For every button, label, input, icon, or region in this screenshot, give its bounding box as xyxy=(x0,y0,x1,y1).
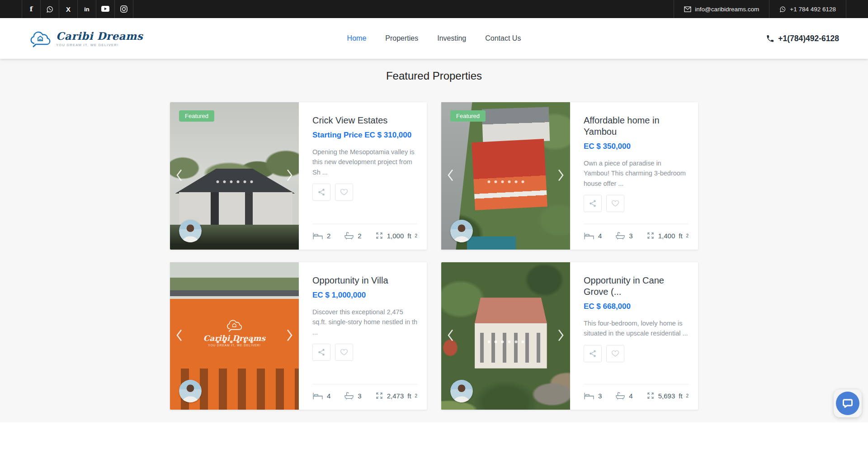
share-button[interactable] xyxy=(584,345,602,362)
baths-stat: 3 xyxy=(615,232,632,240)
property-price: Starting Price EC $ 310,000 xyxy=(312,131,417,140)
x-twitter-icon[interactable]: X xyxy=(59,0,78,18)
header-phone-text: +1(784)492-6128 xyxy=(778,34,839,43)
chat-widget[interactable] xyxy=(834,389,862,417)
baths-stat: 3 xyxy=(344,392,361,400)
bath-icon xyxy=(344,232,354,240)
property-photo[interactable] xyxy=(441,262,570,410)
share-icon xyxy=(589,350,597,358)
heart-icon xyxy=(340,348,348,356)
facebook-icon[interactable]: f xyxy=(22,0,41,18)
agent-avatar[interactable] xyxy=(450,380,473,402)
bed-icon xyxy=(312,232,323,240)
carousel-prev-button[interactable] xyxy=(175,328,184,345)
heart-icon xyxy=(611,199,619,208)
carousel-prev-button[interactable] xyxy=(175,168,184,184)
property-price: EC $ 350,000 xyxy=(584,142,689,151)
area-stat: 2,473ft2 xyxy=(375,392,417,400)
site-header: Caribi Dreams YOU DREAM IT, WE DELIVER! … xyxy=(0,18,868,59)
bath-icon xyxy=(615,392,625,400)
baths-stat: 4 xyxy=(615,392,632,400)
beds-stat: 4 xyxy=(584,232,602,240)
logo-title: Caribi Dreams xyxy=(56,30,143,42)
nav-properties[interactable]: Properties xyxy=(385,34,418,43)
favorite-button[interactable] xyxy=(606,195,624,212)
property-title[interactable]: Opportunity in Cane Grove (... xyxy=(584,275,689,298)
carousel-prev-button[interactable] xyxy=(446,328,456,345)
property-price: EC $ 668,000 xyxy=(584,302,689,311)
agent-avatar[interactable] xyxy=(179,380,202,402)
instagram-icon[interactable] xyxy=(115,0,133,18)
property-card: Featured Affordable home in Yambou EC $ … xyxy=(441,102,698,250)
carousel-prev-button[interactable] xyxy=(446,168,456,184)
area-stat: 1,000ft2 xyxy=(375,232,417,240)
bed-icon xyxy=(584,392,594,400)
share-icon xyxy=(589,199,597,208)
favorite-button[interactable] xyxy=(335,344,353,361)
property-photo[interactable]: Featured xyxy=(170,102,299,250)
carousel-dots[interactable] xyxy=(216,180,253,183)
cloud-logo-icon xyxy=(226,318,244,332)
share-button[interactable] xyxy=(312,344,330,361)
area-stat: 5,693ft2 xyxy=(646,392,689,400)
youtube-icon[interactable] xyxy=(96,0,115,18)
property-title[interactable]: Affordable home in Yambou xyxy=(584,115,689,137)
property-description: Discover this exceptional 2,475 sq.ft. s… xyxy=(312,307,417,337)
area-stat: 1,400ft2 xyxy=(646,232,689,240)
share-icon xyxy=(317,188,326,196)
section-title: Featured Properties xyxy=(0,70,868,82)
expand-icon xyxy=(646,392,655,400)
heart-icon xyxy=(340,188,348,196)
property-title[interactable]: Opportunity in Villa xyxy=(312,275,417,286)
carousel-next-button[interactable] xyxy=(556,328,566,345)
expand-icon xyxy=(375,392,383,400)
property-grid: Featured Crick View Estates Starting Pri… xyxy=(170,102,698,410)
email-icon xyxy=(684,6,691,12)
beds-stat: 2 xyxy=(312,232,330,240)
linkedin-icon[interactable]: in xyxy=(78,0,96,18)
agent-avatar[interactable] xyxy=(450,220,473,242)
property-description: Opening the Mesopotamia valley is this n… xyxy=(312,147,417,177)
logo-tagline: YOU DREAM IT, WE DELIVER! xyxy=(56,43,143,47)
main-nav: Home Properties Investing Contact Us xyxy=(347,34,521,43)
baths-stat: 2 xyxy=(344,232,361,240)
property-description: This four-bedroom, lovely home is situat… xyxy=(584,318,689,339)
phone-icon xyxy=(766,34,774,43)
topbar: f X in info@caribidreams.com +1 784 492 … xyxy=(0,0,868,18)
expand-icon xyxy=(375,232,383,240)
beds-stat: 4 xyxy=(312,392,330,400)
property-photo[interactable]: Caribi Dreams YOU DREAM IT, WE DELIVER! xyxy=(170,262,299,410)
bed-icon xyxy=(584,232,594,240)
topbar-email-link[interactable]: info@caribidreams.com xyxy=(674,0,769,18)
logo[interactable]: Caribi Dreams YOU DREAM IT, WE DELIVER! xyxy=(29,29,143,47)
carousel-next-button[interactable] xyxy=(284,168,294,184)
carousel-next-button[interactable] xyxy=(284,328,294,345)
carousel-dots[interactable] xyxy=(487,180,524,183)
carousel-dots[interactable] xyxy=(487,340,524,343)
nav-investing[interactable]: Investing xyxy=(437,34,466,43)
whatsapp-small-icon xyxy=(779,6,786,13)
topbar-phone-link[interactable]: +1 784 492 6128 xyxy=(769,0,846,18)
header-phone[interactable]: +1(784)492-6128 xyxy=(766,34,839,43)
carousel-dots[interactable] xyxy=(216,340,253,343)
topbar-contact: info@caribidreams.com +1 784 492 6128 xyxy=(674,0,846,18)
nav-home[interactable]: Home xyxy=(347,34,367,43)
share-button[interactable] xyxy=(584,195,602,212)
chat-bubble-icon xyxy=(836,392,859,415)
property-description: Own a piece of paradise in Yambou! This … xyxy=(584,158,689,189)
whatsapp-icon[interactable] xyxy=(41,0,59,18)
featured-badge: Featured xyxy=(179,110,214,122)
heart-icon xyxy=(611,350,619,358)
favorite-button[interactable] xyxy=(335,184,353,201)
favorite-button[interactable] xyxy=(606,345,624,362)
property-card: Caribi Dreams YOU DREAM IT, WE DELIVER! … xyxy=(170,262,427,410)
share-button[interactable] xyxy=(312,184,330,201)
property-title[interactable]: Crick View Estates xyxy=(312,115,417,126)
carousel-next-button[interactable] xyxy=(556,168,566,184)
beds-stat: 3 xyxy=(584,392,602,400)
nav-contact-us[interactable]: Contact Us xyxy=(485,34,521,43)
property-photo[interactable]: Featured xyxy=(441,102,570,250)
topbar-phone-text: +1 784 492 6128 xyxy=(790,6,836,13)
agent-avatar[interactable] xyxy=(179,220,202,242)
featured-badge: Featured xyxy=(450,110,486,122)
